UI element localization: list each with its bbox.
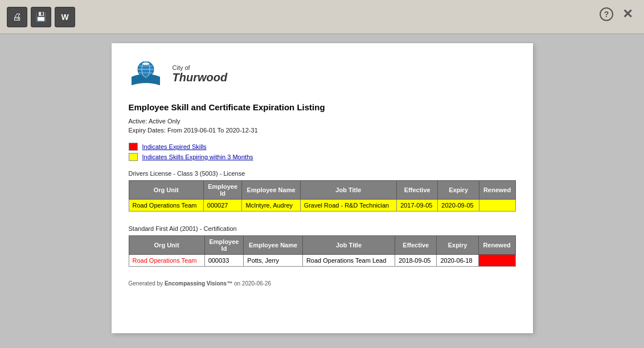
close-button[interactable]: ✕ xyxy=(622,7,633,22)
footer-label: Generated by Encompassing Visions™ on 20… xyxy=(129,280,272,287)
section-1-title: Drivers License - Class 3 (5003) - Licen… xyxy=(129,170,516,177)
cell-job-title: Gravel Road - R&D Technician xyxy=(300,200,397,212)
city-name-container: City of Thurwood xyxy=(173,64,228,84)
col-employee-name-2: Employee Name xyxy=(244,236,303,255)
report-panel: City of Thurwood Employee Skill and Cert… xyxy=(112,43,533,333)
cell-renewed xyxy=(479,200,515,212)
cell-employee-id-red: 000033 xyxy=(204,255,244,267)
col-renewed-2: Renewed xyxy=(478,236,515,255)
city-name-label: Thurwood xyxy=(173,71,228,84)
legend: Indicates Expired Skills Indicates Skill… xyxy=(129,143,516,161)
col-job-title-1: Job Title xyxy=(300,181,397,200)
col-expiry-2: Expiry xyxy=(437,236,478,255)
col-org-unit-2: Org Unit xyxy=(129,236,204,255)
content-area: City of Thurwood Employee Skill and Cert… xyxy=(0,34,644,348)
city-of-label: City of xyxy=(173,64,228,71)
cell-expiry-red: 2020-06-18 xyxy=(437,255,478,267)
city-logo xyxy=(129,57,163,88)
table-row: Road Operations Team 000033 Potts, Jerry… xyxy=(129,255,515,267)
col-org-unit-1: Org Unit xyxy=(129,181,203,200)
section-2-title: Standard First Aid (2001) - Certificatio… xyxy=(129,225,516,232)
close-icon: ✕ xyxy=(622,7,633,21)
cell-org-unit-red: Road Operations Team xyxy=(129,255,204,267)
logo-container xyxy=(129,57,166,91)
col-employee-id-2: EmployeeId xyxy=(204,236,244,255)
section-1-table: Org Unit EmployeeId Employee Name Job Ti… xyxy=(129,180,516,212)
cell-effective-red: 2018-09-05 xyxy=(395,255,437,267)
report-header: City of Thurwood xyxy=(129,57,516,91)
cell-renewed-red xyxy=(478,255,515,267)
footer-text: Generated by Encompassing Visions™ on 20… xyxy=(129,280,516,287)
save-icon: 💾 xyxy=(35,11,47,22)
cell-employee-name: McIntyre, Audrey xyxy=(242,200,300,212)
legend-expiring: Indicates Skills Expiring within 3 Month… xyxy=(129,153,516,161)
col-effective-1: Effective xyxy=(397,181,438,200)
col-employee-id-1: EmployeeId xyxy=(203,181,242,200)
report-meta-active: Active: Active Only xyxy=(129,118,516,125)
legend-yellow-box xyxy=(129,153,138,161)
cell-job-title-red: Road Operations Team Lead xyxy=(302,255,395,267)
legend-expired: Indicates Expired Skills xyxy=(129,143,516,151)
help-icon: ? xyxy=(604,10,609,19)
word-icon: W xyxy=(61,13,68,22)
word-button[interactable]: W xyxy=(55,7,75,27)
save-button[interactable]: 💾 xyxy=(31,7,51,27)
toolbar-right-actions: ? ✕ xyxy=(600,7,633,22)
print-icon: 🖨 xyxy=(13,12,22,22)
col-job-title-2: Job Title xyxy=(302,236,395,255)
cell-expiry: 2020-09-05 xyxy=(438,200,479,212)
section-2-table: Org Unit EmployeeId Employee Name Job Ti… xyxy=(129,235,516,267)
toolbar: 🖨 💾 W ? ✕ xyxy=(0,0,644,34)
legend-expiring-label[interactable]: Indicates Skills Expiring within 3 Month… xyxy=(142,154,253,160)
cell-employee-name-red: Potts, Jerry xyxy=(244,255,303,267)
table-row: Road Operations Team 000027 McIntyre, Au… xyxy=(129,200,515,212)
help-button[interactable]: ? xyxy=(600,7,613,21)
report-meta-expiry: Expiry Dates: From 2019-06-01 To 2020-12… xyxy=(129,127,516,134)
report-title: Employee Skill and Certificate Expiratio… xyxy=(129,102,516,112)
cell-org-unit: Road Operations Team xyxy=(129,200,203,212)
col-expiry-1: Expiry xyxy=(438,181,479,200)
cell-effective: 2017-09-05 xyxy=(397,200,438,212)
col-employee-name-1: Employee Name xyxy=(242,181,300,200)
legend-expired-label[interactable]: Indicates Expired Skills xyxy=(142,143,207,150)
cell-employee-id: 000027 xyxy=(203,200,242,212)
col-effective-2: Effective xyxy=(395,236,437,255)
legend-red-box xyxy=(129,143,138,151)
col-renewed-1: Renewed xyxy=(479,181,515,200)
print-button[interactable]: 🖨 xyxy=(7,7,27,27)
